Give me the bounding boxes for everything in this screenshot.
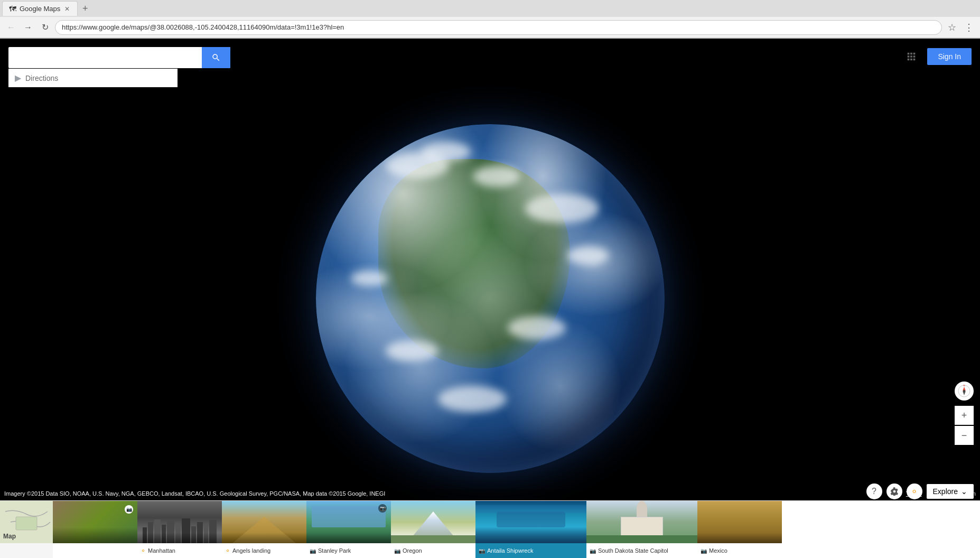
top-right-controls: Sign In — [902, 47, 972, 66]
settings-map-button[interactable] — [886, 483, 902, 499]
tab-favicon: 🗺 — [9, 5, 16, 13]
signin-button[interactable]: Sign In — [927, 48, 972, 65]
explore-bar: ? ⚬ Explore ⌄ — [866, 483, 974, 499]
search-input[interactable] — [8, 53, 202, 62]
tab-close-button[interactable]: ✕ — [63, 4, 71, 14]
search-button[interactable] — [202, 47, 230, 68]
shipwreck-photo-icon: 📷 — [479, 548, 485, 554]
svg-text:N: N — [964, 385, 965, 387]
sd-label: South Dakota State Capitol — [598, 547, 668, 554]
tab-bar: 🗺 Google Maps ✕ + — [0, 0, 980, 17]
mexico-photo-icon: 📷 — [701, 548, 707, 554]
apps-button[interactable] — [902, 47, 921, 66]
mexico-label: Mexico — [709, 547, 727, 554]
svg-point-3 — [963, 390, 965, 392]
search-box-container — [8, 47, 230, 68]
rocky-icon: 📷 — [125, 505, 133, 514]
svg-rect-7 — [16, 517, 37, 530]
map-label: Map — [3, 533, 16, 540]
address-bar-input[interactable] — [55, 20, 942, 35]
address-bar-row: ← → ↻ ☆ ⋮ — [0, 17, 980, 38]
help-button[interactable]: ? — [866, 483, 882, 499]
back-button[interactable]: ← — [4, 21, 18, 34]
zoom-out-button[interactable]: − — [955, 426, 974, 445]
thumbnail-shipwreck[interactable]: 📷 Antaila Shipwreck — [475, 501, 586, 558]
map-controls: N + − — [955, 382, 974, 445]
thumbnail-rocky[interactable]: 📷 — [53, 501, 137, 558]
bookmark-button[interactable]: ☆ — [945, 21, 959, 34]
angels-label: Angels landing — [232, 547, 270, 554]
thumbnail-stanley-park[interactable]: 📷 📷 Stanley Park — [306, 501, 391, 558]
explore-chevron-icon: ⌄ — [961, 487, 967, 496]
apps-grid-icon — [906, 51, 917, 62]
active-tab[interactable]: 🗺 Google Maps ✕ — [2, 1, 78, 16]
new-tab-button[interactable]: + — [78, 1, 92, 16]
directions-icon: ▶ — [15, 73, 21, 83]
pegman-button[interactable]: ⚬ — [907, 483, 922, 499]
bottom-bar: Map 📷 — [0, 500, 980, 558]
stanley-camera-icon: 📷 — [378, 504, 387, 513]
search-icon — [211, 53, 221, 62]
manhattan-label: Manhattan — [148, 547, 175, 554]
oregon-photo-icon: 📷 — [394, 548, 400, 554]
angels-streetview-icon: ⚬ — [225, 547, 230, 554]
directions-label: Directions — [25, 74, 58, 82]
thumbnail-mexico[interactable]: 📷 Mexico — [697, 501, 782, 558]
maps-container: ▶ Directions Sign In Imagery ©2015 Data … — [0, 39, 980, 558]
bottom-thumbnails: Map 📷 — [0, 501, 980, 558]
settings-icon — [890, 487, 899, 496]
copyright-text: Imagery ©2015 Data SIO, NOAA, U.S. Navy,… — [4, 490, 385, 497]
browser-chrome: 🗺 Google Maps ✕ + ← → ↻ ☆ ⋮ — [0, 0, 980, 39]
thumbnail-angels-landing[interactable]: ⚬ Angels landing — [222, 501, 306, 558]
globe-container — [0, 39, 980, 558]
explore-button[interactable]: Explore ⌄ — [927, 484, 974, 499]
shipwreck-label: Antaila Shipwreck — [487, 547, 533, 554]
copyright-bar: Imagery ©2015 Data SIO, NOAA, U.S. Navy,… — [0, 489, 980, 498]
thumbnail-oregon[interactable]: 📷 Oregon — [391, 501, 475, 558]
thumbnail-manhattan[interactable]: ⚬ Manhattan — [137, 501, 222, 558]
thumbnail-map[interactable]: Map — [0, 501, 53, 558]
tab-title: Google Maps — [20, 5, 60, 13]
oregon-label: Oregon — [403, 547, 422, 554]
sd-photo-icon: 📷 — [590, 548, 596, 554]
stanley-label: Stanley Park — [318, 547, 351, 554]
explore-label: Explore — [933, 487, 958, 496]
manhattan-streetview-icon: ⚬ — [141, 547, 146, 554]
directions-item[interactable]: ▶ Directions — [8, 69, 178, 87]
reload-button[interactable]: ↻ — [38, 21, 52, 34]
stanley-photo-icon: 📷 — [310, 548, 316, 554]
compass-button[interactable]: N — [955, 382, 974, 401]
globe[interactable] — [316, 124, 665, 473]
zoom-in-button[interactable]: + — [955, 406, 974, 425]
settings-button[interactable]: ⋮ — [962, 21, 976, 34]
thumbnail-sd-capitol[interactable]: 📷 South Dakota State Capitol — [586, 501, 697, 558]
forward-button[interactable]: → — [21, 21, 35, 34]
compass-icon: N — [958, 385, 970, 397]
search-panel: ▶ Directions — [8, 47, 230, 87]
